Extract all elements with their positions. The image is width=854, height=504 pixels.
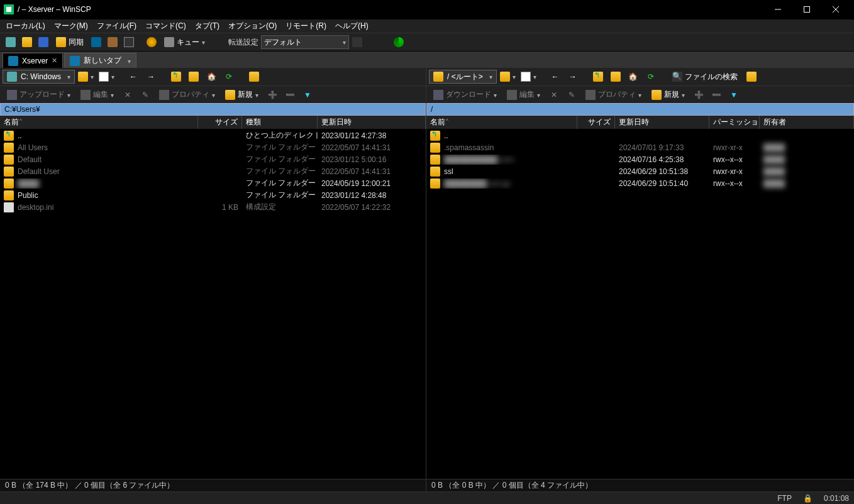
remote-minus-icon[interactable]: ➖ — [709, 87, 724, 102]
local-root-icon[interactable] — [186, 69, 201, 84]
keep-updated-icon[interactable] — [105, 35, 120, 50]
remote-col-owner[interactable]: 所有者 — [760, 116, 854, 129]
app-icon — [4, 4, 14, 14]
local-minus-icon[interactable]: ➖ — [282, 87, 297, 102]
local-back-icon[interactable]: ← — [126, 69, 141, 84]
remote-col-modified[interactable]: 更新日時 — [615, 116, 709, 129]
remote-back-icon[interactable]: ← — [548, 69, 563, 84]
local-plus-icon[interactable]: ➕ — [265, 87, 280, 102]
local-drive-combo[interactable]: C: Windows — [3, 70, 75, 84]
remote-col-perm[interactable]: パーミッション — [709, 116, 760, 129]
local-check-icon[interactable]: ▼ — [300, 87, 315, 102]
menu-mark[interactable]: マーク(M) — [50, 19, 92, 33]
list-item[interactable]: ..ひとつ上のディレクトリ2023/01/12 4:27:38 — [0, 129, 426, 141]
remote-col-name[interactable]: 名前 — [426, 116, 577, 129]
remote-filter-icon[interactable] — [519, 69, 538, 84]
list-item[interactable]: desktop.ini1 KB構成設定2022/05/07 14:22:32 — [0, 201, 426, 213]
maximize-button[interactable] — [792, 0, 821, 19]
remote-bookmarks-icon[interactable] — [744, 69, 759, 84]
session-icon — [8, 56, 18, 66]
remote-col-size[interactable]: サイズ — [577, 116, 615, 129]
new-tab-button[interactable]: 新しいタブ — [64, 53, 136, 68]
remote-delete-icon[interactable]: ✕ — [546, 87, 562, 102]
list-item[interactable]: Publicファイル フォルダー2023/01/12 4:28:48 — [0, 189, 426, 201]
local-properties-button[interactable]: プロパティ — [155, 87, 219, 102]
local-edit-button[interactable]: 編集 — [77, 87, 118, 102]
remote-file-list[interactable]: ...spamassassin2024/07/01 9:17:33rwxr-xr… — [426, 129, 854, 479]
remote-properties-button[interactable]: プロパティ — [582, 87, 645, 102]
menu-option[interactable]: オプション(O) — [224, 19, 281, 33]
compare-icon[interactable] — [36, 35, 51, 50]
local-col-name[interactable]: 名前 — [0, 116, 198, 129]
list-item[interactable]: Defaultファイル フォルダー2023/01/12 5:00:16 — [0, 153, 426, 165]
sites-icon[interactable] — [19, 35, 35, 50]
list-item[interactable]: .spamassassin2024/07/01 9:17:33rwxr-xr-x… — [426, 141, 854, 153]
local-forward-icon[interactable]: → — [143, 69, 158, 84]
local-footer: 0 B （全 174 B 中） ／ 0 個目（全 6 ファイル中） — [0, 479, 426, 491]
local-delete-icon[interactable]: ✕ — [120, 87, 135, 102]
sync-button[interactable]: 同期 — [52, 35, 87, 50]
list-item[interactable]: All Usersファイル フォルダー2022/05/07 14:41:31 — [0, 141, 426, 153]
session-tabs: Xserver ✕ 新しいタブ — [0, 52, 854, 68]
remote-open-icon[interactable] — [499, 69, 517, 84]
local-open-icon[interactable] — [77, 69, 95, 84]
session-tab-xserver[interactable]: Xserver ✕ — [3, 53, 63, 68]
preferences-icon[interactable] — [144, 35, 159, 50]
local-rename-icon[interactable]: ✎ — [138, 87, 153, 102]
remote-drive-combo[interactable]: / <ルート> — [429, 70, 497, 84]
remote-up-icon[interactable] — [591, 69, 606, 84]
reconnect-icon[interactable] — [391, 35, 406, 50]
remote-root-icon[interactable] — [608, 69, 623, 84]
list-item[interactable]: ████ファイル フォルダー2024/05/19 12:00:21 — [0, 177, 426, 189]
local-col-size[interactable]: サイズ — [198, 116, 242, 129]
local-columns: 名前 サイズ 種類 更新日時 — [0, 116, 426, 129]
upload-button[interactable]: アップロード — [3, 87, 74, 102]
local-col-modified[interactable]: 更新日時 — [318, 116, 426, 129]
local-refresh-icon[interactable]: ⟳ — [221, 69, 236, 84]
remote-columns: 名前 サイズ 更新日時 パーミッション 所有者 — [426, 116, 854, 129]
remote-plus-icon[interactable]: ➕ — [691, 87, 706, 102]
remote-forward-icon[interactable]: → — [565, 69, 580, 84]
menu-file[interactable]: ファイル(F) — [92, 19, 141, 33]
remote-new-button[interactable]: 新規 — [648, 87, 689, 102]
minimize-button[interactable] — [763, 0, 792, 19]
toggle-sync-browse-icon[interactable] — [89, 35, 104, 50]
new-session-icon[interactable] — [3, 35, 18, 50]
local-path-bar[interactable]: C:¥Users¥ — [0, 103, 426, 116]
queue-button[interactable]: キュー — [160, 35, 209, 50]
menu-help[interactable]: ヘルプ(H) — [331, 19, 373, 33]
remote-rename-icon[interactable]: ✎ — [564, 87, 579, 102]
menu-remote[interactable]: リモート(R) — [281, 19, 331, 33]
terminal-icon[interactable] — [121, 35, 136, 50]
remote-path-bar[interactable]: / — [426, 103, 854, 116]
transfer-settings-icon[interactable] — [350, 35, 365, 50]
status-time: 0:01:08 — [824, 494, 849, 503]
local-drive-toolbar: C: Windows ← → 🏠 ⟳ — [0, 68, 426, 85]
find-files-button[interactable]: 🔍ファイルの検索 — [668, 69, 741, 84]
menu-tab[interactable]: タブ(T) — [191, 19, 224, 33]
local-filter-icon[interactable] — [97, 69, 116, 84]
close-button[interactable] — [821, 0, 850, 19]
remote-edit-button[interactable]: 編集 — [503, 87, 544, 102]
local-up-icon[interactable] — [169, 69, 184, 84]
list-item[interactable]: ████████.xsrv.jp2024/06/29 10:51:40rwx--… — [426, 177, 854, 189]
remote-refresh-icon[interactable]: ⟳ — [643, 69, 658, 84]
local-file-list[interactable]: ..ひとつ上のディレクトリ2023/01/12 4:27:38All Users… — [0, 129, 426, 479]
local-home-icon[interactable]: 🏠 — [204, 69, 219, 84]
list-item[interactable]: ██████████.com2024/07/16 4:25:38rwx--x--… — [426, 153, 854, 165]
menu-command[interactable]: コマンド(C) — [141, 19, 191, 33]
local-new-button[interactable]: 新規 — [221, 87, 262, 102]
remote-home-icon[interactable]: 🏠 — [626, 69, 641, 84]
download-button[interactable]: ダウンロード — [430, 87, 501, 102]
list-item[interactable]: Default Userファイル フォルダー2022/05/07 14:41:3… — [0, 165, 426, 177]
local-bookmarks-icon[interactable] — [247, 69, 262, 84]
remote-check-icon[interactable]: ▼ — [726, 87, 741, 102]
list-item[interactable]: .. — [426, 129, 854, 141]
transfer-preset-combo[interactable]: デフォルト — [261, 35, 349, 49]
main-toolbar: 同期 キュー 転送設定 デフォルト — [0, 33, 854, 52]
local-col-type[interactable]: 種類 — [242, 116, 318, 129]
menu-bar: ローカル(L) マーク(M) ファイル(F) コマンド(C) タブ(T) オプシ… — [0, 19, 854, 33]
list-item[interactable]: ssl2024/06/29 10:51:38rwxr-xr-x████ — [426, 165, 854, 177]
menu-local[interactable]: ローカル(L) — [1, 19, 50, 33]
close-tab-icon[interactable]: ✕ — [52, 57, 57, 65]
